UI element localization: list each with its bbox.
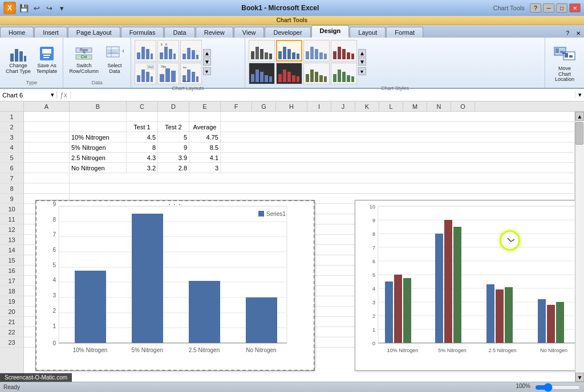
cell-a5[interactable] <box>24 153 70 162</box>
cell-e6[interactable]: 3 <box>189 163 221 173</box>
ribbon-close-btn[interactable]: ✕ <box>573 29 584 38</box>
col-header-m[interactable]: M <box>403 101 427 111</box>
row-7[interactable]: 7 <box>0 173 23 183</box>
layouts-scroll-down[interactable]: ▼ <box>203 58 211 66</box>
layout-item-5[interactable]: Title <box>157 63 179 84</box>
vertical-scrollbar[interactable]: ▲ ▼ <box>575 112 584 382</box>
close-btn[interactable]: ✕ <box>569 3 581 13</box>
chart-style-3[interactable] <box>303 40 330 62</box>
row-11[interactable]: 11 <box>0 214 23 224</box>
select-data-btn[interactable]: + SelectData <box>102 43 127 76</box>
cell-b1[interactable] <box>70 112 127 121</box>
cell-c5[interactable]: 4.3 <box>127 153 158 162</box>
cell-c6[interactable]: 3.2 <box>127 163 158 173</box>
row-18[interactable]: 18 <box>0 286 23 296</box>
name-box-dropdown[interactable]: ▾ <box>51 91 54 99</box>
row-21[interactable]: 21 <box>0 317 23 327</box>
chart-style-2-selected[interactable] <box>276 40 302 62</box>
row-5[interactable]: 5 <box>0 153 23 163</box>
cell-rest-3[interactable] <box>221 132 575 142</box>
move-chart-btn[interactable]: MoveChartLocation <box>550 42 579 84</box>
chart-2[interactable]: 0 1 2 3 4 5 6 7 8 9 10 <box>355 200 575 371</box>
undo-qa-btn[interactable]: ↩ <box>31 2 42 14</box>
row-14[interactable]: 14 <box>0 245 23 255</box>
row-1[interactable]: 1 <box>0 112 23 122</box>
change-chart-type-btn[interactable]: ChangeChart Type <box>3 43 33 76</box>
cell-a6[interactable] <box>24 163 70 173</box>
col-header-f[interactable]: F <box>221 101 252 111</box>
layout-item-6[interactable]: TitleX Axis <box>180 63 202 84</box>
cell-a8[interactable] <box>24 183 70 193</box>
cell-c3[interactable]: 4.5 <box>127 132 158 142</box>
scroll-down-btn[interactable]: ▼ <box>575 373 584 382</box>
cell-d6[interactable]: 2.8 <box>158 163 189 173</box>
col-header-d[interactable]: D <box>158 101 189 111</box>
col-header-b[interactable]: B <box>70 101 127 111</box>
tab-view[interactable]: View <box>234 27 265 38</box>
cell-e2[interactable]: Average <box>189 122 221 132</box>
cell-d2[interactable]: Test 2 <box>158 122 189 132</box>
layout-item-4[interactable]: Ser1 <box>135 63 156 84</box>
chart-1[interactable]: • • • <box>35 200 315 371</box>
row-16[interactable]: 16 <box>0 266 23 276</box>
tab-page-layout[interactable]: Page Layout <box>68 27 120 38</box>
function-wizard-btn[interactable]: ƒx <box>57 91 71 99</box>
cell-rest-1[interactable] <box>221 112 575 121</box>
chart-style-5[interactable] <box>249 63 275 84</box>
cell-b4[interactable]: 5% Nitrogen <box>70 142 127 152</box>
cell-e4[interactable]: 8.5 <box>189 142 221 152</box>
customize-qa-btn[interactable]: ▾ <box>56 2 67 14</box>
col-header-e[interactable]: E <box>189 101 221 111</box>
tab-developer[interactable]: Developer <box>265 27 310 38</box>
chart-style-7[interactable] <box>303 63 330 84</box>
col-header-j[interactable]: J <box>331 101 355 111</box>
tab-formulas[interactable]: Formulas <box>121 27 164 38</box>
col-header-a[interactable]: A <box>24 101 70 111</box>
col-header-k[interactable]: K <box>355 101 379 111</box>
styles-scroll-down[interactable]: ▼ <box>358 58 366 66</box>
scroll-track[interactable] <box>575 121 584 373</box>
chart-style-8[interactable] <box>331 63 357 84</box>
cell-b6[interactable]: No Nitrogen <box>70 163 127 173</box>
cell-rest-6[interactable] <box>221 163 575 173</box>
layout-item-3[interactable] <box>180 40 202 62</box>
row-8[interactable]: 8 <box>0 183 23 194</box>
cell-rest-4[interactable] <box>221 142 575 152</box>
tab-insert[interactable]: Insert <box>34 27 67 38</box>
row-22[interactable]: 22 <box>0 327 23 337</box>
col-header-i[interactable]: I <box>307 101 331 111</box>
tab-review[interactable]: Review <box>196 27 233 38</box>
cell-a2[interactable] <box>24 122 70 132</box>
chart-1-drag-handle[interactable]: • • • <box>169 202 182 207</box>
cell-d1[interactable] <box>158 112 189 121</box>
zoom-slider[interactable] <box>535 383 581 392</box>
cell-d5[interactable]: 3.9 <box>158 153 189 162</box>
row-13[interactable]: 13 <box>0 235 23 245</box>
cell-rest-5[interactable] <box>221 153 575 162</box>
row-3[interactable]: 3 <box>0 132 23 142</box>
chart-style-4[interactable] <box>331 40 357 62</box>
cell-a1[interactable] <box>24 112 70 121</box>
row-15[interactable]: 15 <box>0 255 23 266</box>
layouts-scroll-expand[interactable]: ▾ <box>203 67 211 75</box>
col-header-l[interactable]: L <box>379 101 403 111</box>
row-12[interactable]: 12 <box>0 224 23 235</box>
col-header-g[interactable]: G <box>252 101 276 111</box>
row-19[interactable]: 19 <box>0 296 23 307</box>
col-header-h[interactable]: H <box>276 101 307 111</box>
redo-qa-btn[interactable]: ↪ <box>43 2 55 14</box>
name-box[interactable]: Chart 6 ▾ <box>0 91 57 99</box>
row-6[interactable]: 6 <box>0 163 23 173</box>
scroll-thumb[interactable] <box>575 122 583 145</box>
chart-style-1[interactable] <box>249 40 275 62</box>
cell-e3[interactable]: 4.75 <box>189 132 221 142</box>
row-10[interactable]: 10 <box>0 204 23 214</box>
cell-e1[interactable] <box>189 112 221 121</box>
cell-d4[interactable]: 9 <box>158 142 189 152</box>
cell-b5[interactable]: 2.5 Nitrogen <box>70 153 127 162</box>
chart-style-6[interactable] <box>276 63 302 84</box>
row-17[interactable]: 17 <box>0 276 23 286</box>
layout-item-1[interactable] <box>135 40 156 62</box>
save-qa-btn[interactable]: 💾 <box>18 2 30 14</box>
help-btn[interactable]: ? <box>530 3 541 13</box>
